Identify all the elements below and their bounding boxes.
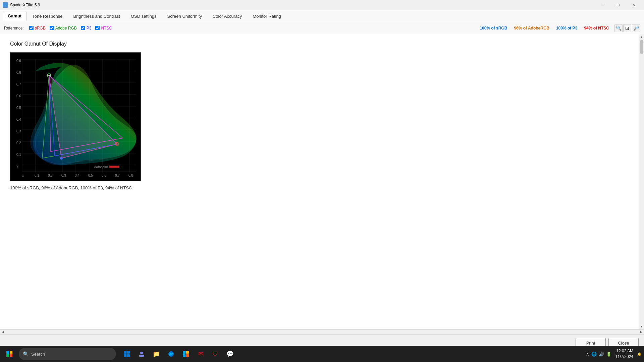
gamut-chart-container: 0.9 0.8 0.7 0.6 0.5 0.4 0.3 0.2 0.1 y x … bbox=[10, 52, 141, 181]
chart-title: Color Gamut Of Display bbox=[10, 41, 629, 47]
speaker-icon[interactable]: 🔊 bbox=[599, 352, 604, 357]
h-scroll-track[interactable] bbox=[5, 329, 639, 335]
tab-gamut[interactable]: Gamut bbox=[3, 11, 26, 21]
taskbar-app-security[interactable]: 🛡 bbox=[209, 347, 222, 361]
content-wrapper: Color Gamut Of Display bbox=[0, 34, 644, 329]
taskbar-app-widgets[interactable] bbox=[120, 347, 133, 361]
svg-text:0.5: 0.5 bbox=[88, 174, 93, 177]
tab-color-accuracy[interactable]: Color Accuracy bbox=[208, 11, 247, 21]
zoom-out-button[interactable]: 🔎 bbox=[632, 24, 640, 32]
notification-icon[interactable]: 🔔 bbox=[637, 352, 641, 356]
svg-text:0.2: 0.2 bbox=[16, 141, 21, 145]
zoom-controls: 🔍 ⊡ 🔎 bbox=[614, 24, 640, 32]
taskbar-app-store[interactable] bbox=[179, 347, 193, 361]
svg-rect-42 bbox=[10, 354, 12, 357]
adobe-rgb-checkbox[interactable] bbox=[50, 26, 54, 30]
app-title: SpyderXElite 5.9 bbox=[10, 3, 40, 7]
ref-ntsc[interactable]: NTSC bbox=[95, 26, 112, 31]
title-bar: SpyderXElite 5.9 ─ □ ✕ bbox=[0, 0, 644, 10]
svg-text:0.1: 0.1 bbox=[35, 174, 39, 177]
p3-stat: 100% of P3 bbox=[556, 26, 577, 31]
maximize-button[interactable]: □ bbox=[610, 0, 626, 10]
tab-brightness-contrast[interactable]: Brightness and Contrast bbox=[68, 11, 125, 21]
search-bar[interactable]: 🔍 Search bbox=[19, 348, 116, 360]
svg-text:0.8: 0.8 bbox=[128, 174, 133, 177]
svg-rect-40 bbox=[10, 351, 12, 354]
minimize-button[interactable]: ─ bbox=[595, 0, 610, 10]
windows-logo bbox=[6, 351, 12, 357]
search-text: Search bbox=[31, 352, 45, 357]
watermark-text: datacolor bbox=[94, 165, 108, 169]
close-window-button[interactable]: ✕ bbox=[626, 0, 641, 10]
taskbar-app-mail[interactable]: ✉ bbox=[194, 347, 207, 361]
taskbar-app-edge[interactable] bbox=[164, 347, 178, 361]
zoom-in-button[interactable]: 🔍 bbox=[614, 24, 623, 32]
teams-icon bbox=[138, 350, 145, 358]
svg-rect-49 bbox=[183, 351, 185, 354]
srgb-checkbox[interactable] bbox=[29, 26, 34, 30]
title-bar-controls: ─ □ ✕ bbox=[595, 0, 641, 10]
battery-icon[interactable]: 🔋 bbox=[606, 352, 611, 357]
svg-text:0.3: 0.3 bbox=[61, 174, 66, 177]
p3-checkbox[interactable] bbox=[81, 26, 85, 30]
app-icon bbox=[3, 2, 8, 8]
svg-rect-43 bbox=[124, 351, 126, 354]
tab-tone-response[interactable]: Tone Response bbox=[27, 11, 67, 21]
svg-text:0.9: 0.9 bbox=[16, 59, 21, 63]
taskbar-app-teams[interactable] bbox=[135, 347, 148, 361]
tab-monitor-rating[interactable]: Monitor Rating bbox=[248, 11, 286, 21]
svg-rect-44 bbox=[127, 351, 130, 354]
svg-rect-52 bbox=[186, 354, 189, 357]
svg-text:0.7: 0.7 bbox=[16, 82, 21, 86]
vertical-scrollbar[interactable]: ▲ ▼ bbox=[639, 34, 644, 329]
network-icon[interactable]: 🌐 bbox=[591, 352, 597, 357]
svg-rect-50 bbox=[186, 351, 189, 354]
ntsc-label: NTSC bbox=[101, 26, 112, 31]
tab-osd-settings[interactable]: OSD settings bbox=[126, 11, 162, 21]
taskbar-apps: 📁 ✉ 🛡 💬 bbox=[120, 347, 237, 361]
tab-screen-uniformity[interactable]: Screen Uniformity bbox=[162, 11, 207, 21]
scroll-right-arrow[interactable]: ▶ bbox=[639, 329, 644, 335]
svg-rect-41 bbox=[6, 354, 9, 357]
zoom-fit-button[interactable]: ⊡ bbox=[623, 24, 631, 32]
scroll-left-arrow[interactable]: ◀ bbox=[0, 329, 5, 335]
ref-p3[interactable]: P3 bbox=[81, 26, 92, 31]
main-content: Color Gamut Of Display bbox=[0, 34, 639, 329]
edge-icon bbox=[168, 351, 174, 357]
widgets-icon bbox=[123, 351, 130, 357]
svg-text:x: x bbox=[22, 174, 24, 177]
adobe-rgb-label: Adobe RGB bbox=[55, 26, 77, 31]
scroll-track[interactable] bbox=[639, 40, 644, 324]
chevron-up-icon[interactable]: ∧ bbox=[586, 352, 589, 357]
reference-label: Reference: bbox=[4, 26, 24, 31]
scroll-down-arrow[interactable]: ▼ bbox=[639, 324, 644, 329]
reference-bar: Reference: sRGB Adobe RGB P3 NTSC 100% o… bbox=[0, 22, 644, 34]
svg-text:0.4: 0.4 bbox=[75, 174, 79, 177]
search-icon: 🔍 bbox=[23, 351, 29, 357]
taskbar-app-files[interactable]: 📁 bbox=[150, 347, 163, 361]
taskbar: 🔍 Search 📁 bbox=[0, 346, 644, 362]
srgb-stat: 100% of sRGB bbox=[480, 26, 507, 31]
adobe-stat: 96% of AdobeRGB bbox=[514, 26, 549, 31]
store-icon bbox=[182, 351, 189, 357]
svg-text:0.6: 0.6 bbox=[102, 174, 106, 177]
taskbar-app-skype[interactable]: 💬 bbox=[223, 347, 237, 361]
scroll-thumb[interactable] bbox=[640, 40, 643, 54]
svg-rect-45 bbox=[124, 354, 126, 357]
svg-rect-48 bbox=[139, 355, 144, 357]
svg-text:y: y bbox=[16, 165, 18, 168]
start-button[interactable] bbox=[3, 347, 16, 361]
ref-srgb[interactable]: sRGB bbox=[29, 26, 46, 31]
ntsc-checkbox[interactable] bbox=[95, 26, 100, 30]
clock[interactable]: 12:02 AM 11/7/2024 bbox=[615, 348, 633, 360]
clock-date: 11/7/2024 bbox=[615, 354, 633, 360]
reference-stats: 100% of sRGB 96% of AdobeRGB 100% of P3 … bbox=[480, 26, 609, 31]
reference-checkboxes: sRGB Adobe RGB P3 NTSC bbox=[29, 26, 112, 31]
ref-adobe-rgb[interactable]: Adobe RGB bbox=[50, 26, 77, 31]
watermark-bar bbox=[109, 166, 119, 168]
ntsc-stat: 94% of NTSC bbox=[584, 26, 609, 31]
scroll-up-arrow[interactable]: ▲ bbox=[639, 34, 644, 40]
gamut-chart: 0.9 0.8 0.7 0.6 0.5 0.4 0.3 0.2 0.1 y x … bbox=[10, 52, 141, 181]
svg-point-47 bbox=[140, 352, 143, 354]
p3-label: P3 bbox=[87, 26, 92, 31]
